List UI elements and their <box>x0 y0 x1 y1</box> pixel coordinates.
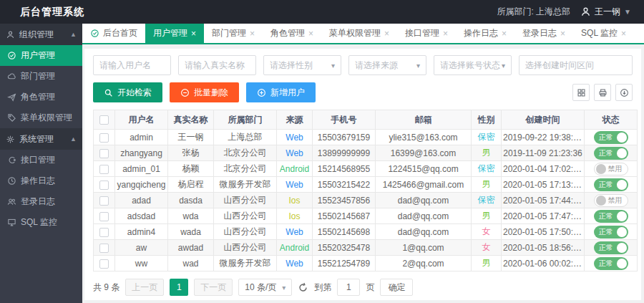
row-checkbox[interactable] <box>99 196 109 206</box>
cell-created-time: 2019-09-22 19:38:05 <box>502 130 585 145</box>
row-checkbox[interactable] <box>99 181 109 190</box>
row-checkbox[interactable] <box>99 228 109 237</box>
cell-department: 山西分公司 <box>214 208 277 224</box>
page-number-button[interactable]: 1 <box>170 279 188 296</box>
close-icon[interactable]: × <box>560 29 565 38</box>
cell-email: 1224515@qq.com <box>376 161 472 177</box>
goto-confirm-button[interactable]: 确定 <box>380 279 413 296</box>
close-icon[interactable]: × <box>308 29 313 38</box>
status-toggle[interactable]: 正常 <box>594 241 628 254</box>
sidebar-item[interactable]: 用户管理 <box>0 45 82 66</box>
chevron-down-icon[interactable]: ▼ <box>624 8 631 16</box>
tab[interactable]: 操作日志× <box>456 24 514 43</box>
tab[interactable]: 登录日志× <box>514 24 573 43</box>
tab-label: 接口管理 <box>405 27 439 39</box>
realname-filter-input[interactable] <box>178 55 256 75</box>
row-checkbox[interactable] <box>99 133 109 143</box>
print-button[interactable] <box>594 84 611 101</box>
refresh-icon[interactable] <box>298 282 308 293</box>
sidebar-item[interactable]: 菜单权限管理 <box>0 107 82 128</box>
add-user-button[interactable]: 新增用户 <box>246 82 316 102</box>
chevron-down-icon: ▾ <box>502 62 505 69</box>
status-toggle[interactable]: 正常 <box>594 178 628 191</box>
username-filter-input[interactable] <box>93 55 171 75</box>
tab[interactable]: 角色管理× <box>263 24 321 43</box>
page-size-select[interactable]: 10 条/页 ▾ <box>238 279 292 296</box>
search-button-label: 开始检索 <box>117 87 152 99</box>
prev-page-button[interactable]: 上一页 <box>125 279 164 296</box>
select-all-checkbox[interactable] <box>99 115 109 125</box>
plus-circle-icon <box>257 88 266 97</box>
status-toggle[interactable]: 正常 <box>594 147 628 160</box>
cell-realname: 王一钢 <box>168 130 214 145</box>
table-row: admin王一钢上海总部Web15503679159ylie315@163.co… <box>94 130 638 145</box>
close-icon[interactable]: × <box>250 29 255 38</box>
row-checkbox[interactable] <box>99 165 109 174</box>
sidebar-group-header[interactable]: 组织管理▲ <box>0 24 82 45</box>
cell-created-time: 2020-01-06 00:02:31 <box>502 256 585 271</box>
sidebar-item-label: 登录日志 <box>21 196 55 208</box>
tab[interactable]: 接口管理× <box>397 24 456 43</box>
sidebar-item[interactable]: 操作日志 <box>0 170 82 191</box>
column-header: 创建时间 <box>502 110 585 130</box>
cell-email: 2@qq.com <box>376 256 472 271</box>
tab[interactable]: 部门管理× <box>204 24 263 43</box>
tab[interactable]: 用户管理× <box>145 24 204 43</box>
row-checkbox[interactable] <box>99 244 109 253</box>
sidebar: 组织管理▲用户管理部门管理角色管理菜单权限管理系统管理▲接口管理操作日志登录日志… <box>0 24 82 303</box>
sidebar-item-label: 部门管理 <box>21 70 55 82</box>
next-page-button[interactable]: 下一页 <box>194 279 233 296</box>
status-toggle[interactable]: 正常 <box>594 226 628 239</box>
table-row: admin_01杨颖北京分公司Android152145689551224515… <box>94 161 638 177</box>
tab-label: 用户管理 <box>153 27 187 39</box>
close-icon[interactable]: × <box>384 29 389 38</box>
pagination-total: 共 9 条 <box>93 282 119 294</box>
user-table: 用户名真实名称所属部门来源手机号邮箱性别创建时间状态操作 admin王一钢上海总… <box>93 110 638 271</box>
tab[interactable]: SQL 监控× <box>573 24 634 43</box>
users-icon <box>7 197 16 206</box>
cell-department: 微服务开发部 <box>214 256 277 271</box>
gender-select[interactable]: 请选择性别 ▾ <box>263 55 341 75</box>
status-toggle[interactable]: 正常 <box>594 210 628 223</box>
cell-created-time: 2020-01-05 17:44:01 <box>502 193 585 208</box>
source-select[interactable]: 请选择来源 ▾ <box>348 55 426 75</box>
batch-delete-button[interactable]: 批量删除 <box>170 82 239 102</box>
status-toggle[interactable]: 禁用 <box>594 163 628 175</box>
filter-columns-button[interactable] <box>572 84 590 101</box>
cell-gender: 男 <box>472 208 502 224</box>
export-button[interactable] <box>615 84 633 101</box>
cell-username: yangqicheng <box>115 177 168 193</box>
chevron-up-icon: ▲ <box>70 135 77 143</box>
search-button[interactable]: 开始检索 <box>93 82 162 102</box>
status-toggle[interactable]: 正常 <box>594 131 628 144</box>
table-row: admin4wada山西分公司Web15502145698dad@qq.com女… <box>94 224 638 240</box>
tab-label: 角色管理 <box>270 27 305 39</box>
close-icon[interactable]: × <box>621 29 626 38</box>
sidebar-item[interactable]: 登录日志 <box>0 191 82 212</box>
cell-gender: 保密 <box>472 130 502 145</box>
check-circle-icon <box>7 51 16 60</box>
tab[interactable]: 后台首页 <box>82 24 145 43</box>
sidebar-item[interactable]: 部门管理 <box>0 66 82 87</box>
created-daterange-input[interactable] <box>519 55 633 75</box>
row-checkbox[interactable] <box>99 212 109 221</box>
add-user-button-label: 新增用户 <box>270 87 305 99</box>
status-toggle[interactable]: 禁用 <box>594 194 628 207</box>
close-icon[interactable]: × <box>443 29 448 38</box>
goto-page-input[interactable] <box>337 279 360 296</box>
row-checkbox[interactable] <box>99 149 109 158</box>
column-header: 邮箱 <box>376 110 472 130</box>
status-toggle[interactable]: 正常 <box>594 257 628 270</box>
sidebar-item[interactable]: SQL 监控 <box>0 212 82 233</box>
cell-created-time: 2020-01-05 17:47:33 <box>502 208 585 224</box>
tab-label: 操作日志 <box>464 27 498 39</box>
close-icon[interactable]: × <box>191 29 196 38</box>
sidebar-item[interactable]: 角色管理 <box>0 87 82 107</box>
user-menu[interactable]: 王一钢 ▼ <box>580 6 631 18</box>
close-icon[interactable]: × <box>502 29 507 38</box>
tab[interactable]: 菜单权限管理× <box>321 24 397 43</box>
sidebar-group-header[interactable]: 系统管理▲ <box>0 128 82 150</box>
row-checkbox[interactable] <box>99 259 109 269</box>
account-status-select[interactable]: 请选择账号状态 ▾ <box>434 55 512 75</box>
sidebar-item[interactable]: 接口管理 <box>0 150 82 170</box>
